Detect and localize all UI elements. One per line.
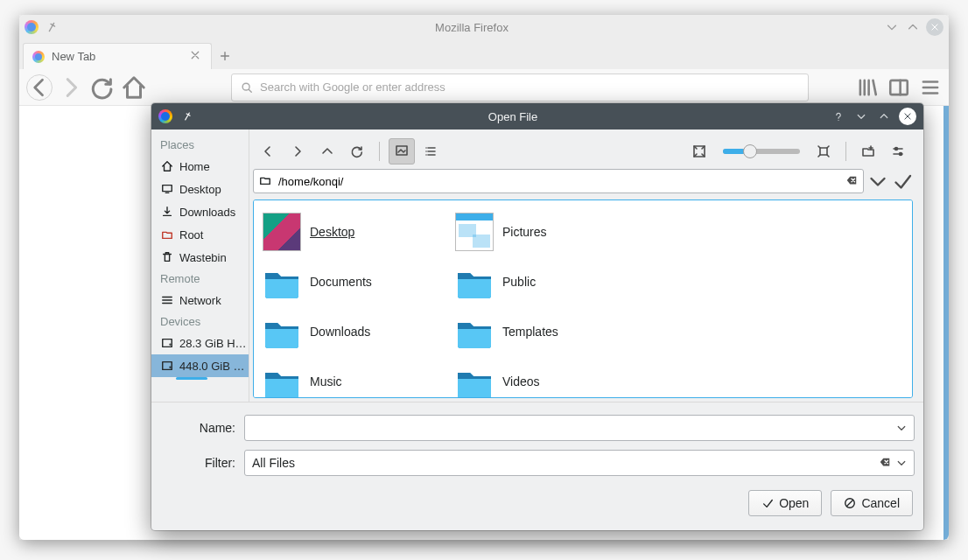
file-label: Pictures xyxy=(502,225,547,239)
place-label: Home xyxy=(179,160,210,173)
zoom-slider[interactable] xyxy=(723,149,800,154)
tab-close-button[interactable] xyxy=(188,48,202,65)
file-item[interactable]: Public xyxy=(455,257,639,305)
device-2[interactable]: 448.0 GiB … xyxy=(151,354,249,377)
reload-button[interactable] xyxy=(344,138,370,164)
maximize-icon[interactable] xyxy=(905,19,921,35)
dialog-app-icon xyxy=(158,109,172,123)
name-field[interactable] xyxy=(244,415,915,441)
dialog-pin-icon[interactable] xyxy=(177,106,199,128)
sidebar-button[interactable] xyxy=(887,76,910,99)
path-dropdown-button[interactable] xyxy=(867,171,888,192)
file-list[interactable]: DesktopPicturesDocumentsPublicDownloadsT… xyxy=(253,200,913,398)
library-button[interactable] xyxy=(856,76,879,99)
clear-filter-button[interactable] xyxy=(879,456,891,471)
place-network[interactable]: Network xyxy=(151,289,249,312)
cancel-button-label: Cancel xyxy=(861,496,900,510)
file-item[interactable]: Music xyxy=(263,357,446,398)
name-label: Name: xyxy=(151,421,244,435)
nav-up-button[interactable] xyxy=(314,138,340,164)
places-panel: Places Home Desktop Downloads Root xyxy=(151,130,249,402)
name-input[interactable] xyxy=(252,420,891,436)
firefox-titlebar: Mozilla Firefox xyxy=(19,15,949,39)
file-item[interactable]: Documents xyxy=(263,257,446,305)
device-label: 448.0 GiB … xyxy=(179,360,244,373)
desktop-icon xyxy=(160,182,174,196)
svg-rect-4 xyxy=(163,340,172,347)
open-button[interactable]: Open xyxy=(748,490,822,516)
trash-icon xyxy=(160,250,174,264)
file-label: Videos xyxy=(502,374,540,388)
place-wastebin[interactable]: Wastebin xyxy=(151,246,249,269)
cancel-button[interactable]: Cancel xyxy=(831,490,913,516)
filter-value: All Files xyxy=(252,456,873,470)
new-tab-button[interactable] xyxy=(212,43,238,69)
minimize-icon[interactable] xyxy=(884,19,900,35)
clear-path-button[interactable] xyxy=(845,174,858,189)
file-item[interactable]: Desktop xyxy=(263,207,446,256)
folder-icon xyxy=(455,312,494,351)
location-bar xyxy=(253,168,913,194)
file-item[interactable]: Downloads xyxy=(263,307,446,355)
downloads-icon xyxy=(160,205,174,219)
folder-icon xyxy=(455,262,494,301)
hard-disk-icon xyxy=(160,336,174,350)
filter-field[interactable]: All Files xyxy=(244,450,915,476)
place-label: Desktop xyxy=(179,183,221,196)
hamburger-menu-button[interactable] xyxy=(919,76,942,99)
reload-button[interactable] xyxy=(89,74,116,101)
path-input[interactable] xyxy=(253,169,864,193)
place-root[interactable]: Root xyxy=(151,223,249,246)
home-button[interactable] xyxy=(121,74,147,101)
place-downloads[interactable]: Downloads xyxy=(151,200,249,223)
file-label: Documents xyxy=(310,275,372,289)
firefox-window-title: Mozilla Firefox xyxy=(65,21,879,34)
svg-point-7 xyxy=(170,367,171,368)
nav-forward-button[interactable] xyxy=(58,74,84,101)
details-view-button[interactable] xyxy=(418,138,445,164)
device-label: 28.3 GiB H… xyxy=(179,337,247,350)
dialog-toolbar xyxy=(253,136,913,166)
device-1[interactable]: 28.3 GiB H… xyxy=(151,332,249,354)
url-placeholder: Search with Google or enter address xyxy=(260,80,445,94)
open-button-label: Open xyxy=(779,496,809,510)
place-desktop[interactable]: Desktop xyxy=(151,178,249,200)
nav-back-button[interactable] xyxy=(255,138,281,164)
remote-header: Remote xyxy=(151,269,249,289)
file-item[interactable]: Pictures xyxy=(455,207,639,256)
dialog-fields: Name: Filter: All Files xyxy=(151,402,923,490)
url-bar[interactable]: Search with Google or enter address xyxy=(231,74,809,102)
icons-view-button[interactable] xyxy=(389,138,415,164)
file-item[interactable]: Templates xyxy=(455,307,639,355)
firefox-logo-icon xyxy=(25,20,39,34)
nav-forward-button[interactable] xyxy=(284,138,311,164)
path-text-field[interactable] xyxy=(277,174,840,189)
places-header: Places xyxy=(151,135,249,155)
folder-icon xyxy=(263,362,301,399)
home-icon xyxy=(160,159,174,173)
place-home[interactable]: Home xyxy=(151,155,249,178)
open-file-dialog: Open File Places Home Desktop xyxy=(151,103,923,530)
place-label: Downloads xyxy=(179,206,235,219)
root-folder-icon xyxy=(160,228,174,242)
tab-favicon-icon xyxy=(32,51,45,63)
zoom-in-button[interactable] xyxy=(810,138,837,164)
close-window-button[interactable] xyxy=(926,18,943,36)
filter-label: Filter: xyxy=(151,456,244,470)
svg-rect-3 xyxy=(163,186,172,192)
svg-point-5 xyxy=(170,344,171,345)
name-dropdown-icon[interactable] xyxy=(896,423,907,433)
file-label: Desktop xyxy=(310,225,354,239)
dialog-title: Open File xyxy=(202,110,824,123)
zoom-out-button[interactable] xyxy=(686,138,712,164)
help-button[interactable] xyxy=(831,108,846,124)
path-accept-button[interactable] xyxy=(892,171,913,192)
file-label: Music xyxy=(310,374,342,388)
file-item[interactable]: Videos xyxy=(455,357,639,398)
desktop-thumbnail-icon xyxy=(263,213,301,251)
filter-dropdown-icon[interactable] xyxy=(896,458,907,468)
folder-icon xyxy=(263,312,301,351)
place-label: Root xyxy=(179,228,203,242)
nav-back-button[interactable] xyxy=(26,74,53,101)
svg-rect-10 xyxy=(820,148,827,155)
